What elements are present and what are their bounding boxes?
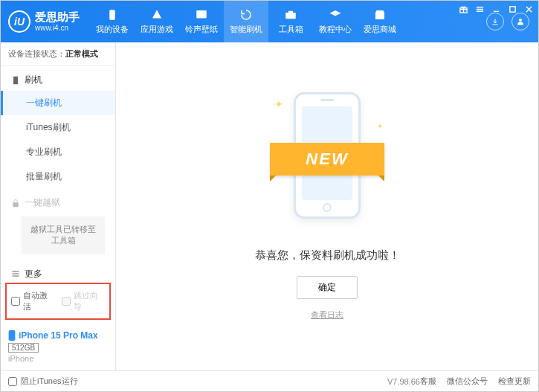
view-log-link[interactable]: 查看日志 [311,309,343,321]
minimize-icon[interactable] [491,4,501,14]
sidebar-item-pro[interactable]: 专业刷机 [1,140,115,164]
storage-badge: 512GB [8,343,39,353]
new-badge: NEW [270,143,384,176]
nav-smart-flash[interactable]: 智能刷机 [224,1,268,42]
device-type: iPhone [8,354,108,363]
logo-icon: iU [8,10,30,33]
version-label: V7.98.66 [387,377,420,386]
nav-tutorials[interactable]: 教程中心 [313,1,358,42]
device-icon [106,8,119,22]
svg-rect-5 [288,11,293,13]
sidebar-item-batch[interactable]: 批量刷机 [1,164,115,189]
svg-point-6 [519,19,522,22]
close-icon[interactable] [523,4,534,14]
footer: 阻止iTunes运行 V7.98.66 客服 微信公众号 检查更新 [1,370,538,391]
device-name[interactable]: iPhone 15 Pro Max [8,330,108,341]
sidebar: 设备连接状态：正常模式 刷机 一键刷机 iTunes刷机 专业刷机 批量刷机 一… [1,42,116,370]
svg-rect-2 [109,10,115,20]
apps-icon [150,8,164,22]
cap-icon [329,8,342,22]
sidebar-group-flash[interactable]: 刷机 [1,66,115,91]
sidebar-group-jailbreak[interactable]: 一键越狱 [1,189,115,213]
connection-status: 设备连接状态：正常模式 [1,42,115,66]
svg-rect-7 [13,76,18,84]
menu-icon[interactable] [474,4,485,14]
brand-url: www.i4.cn [35,24,80,32]
download-button[interactable] [486,13,504,30]
nav-ringtones[interactable]: 铃声壁纸 [179,1,224,42]
ok-button[interactable]: 确定 [297,276,358,299]
sidebar-item-oneclick[interactable]: 一键刷机 [1,91,115,115]
success-illustration: ✦✦ NEW [279,92,375,234]
gift-icon[interactable] [458,4,468,14]
sidebar-group-more[interactable]: 更多 [1,260,115,278]
image-icon [195,8,208,22]
success-message: 恭喜您，保资料刷机成功啦！ [255,248,400,263]
checkbox-skip-guide[interactable]: 跳过向导 [62,290,105,312]
svg-rect-1 [509,6,514,11]
maximize-icon[interactable] [507,4,517,14]
checkbox-auto-activate[interactable]: 自动激活 [11,290,54,312]
store-icon [373,8,387,22]
footer-link-service[interactable]: 客服 [420,376,436,387]
lock-icon [11,199,20,208]
svg-rect-3 [196,10,207,19]
toolbox-icon [284,8,297,22]
sidebar-item-itunes[interactable]: iTunes刷机 [1,115,115,140]
phone-icon [8,330,16,341]
svg-rect-8 [13,202,19,207]
svg-rect-9 [9,330,16,341]
checkbox-block-itunes[interactable]: 阻止iTunes运行 [8,376,343,387]
logo[interactable]: iU 爱思助手 www.i4.cn [1,1,90,42]
device-info: iPhone 15 Pro Max 512GB iPhone [1,326,115,370]
jailbreak-note: 越狱工具已转移至工具箱 [22,216,105,254]
brand-title: 爱思助手 [35,11,80,24]
footer-link-update[interactable]: 检查更新 [498,376,531,387]
nav-toolbox[interactable]: 工具箱 [268,1,313,42]
refresh-icon [239,8,253,22]
user-button[interactable] [511,13,529,30]
nav-my-device[interactable]: 我的设备 [90,1,135,42]
options-highlight: 自动激活 跳过向导 [5,283,111,320]
svg-rect-4 [285,13,296,19]
footer-link-wechat[interactable]: 微信公众号 [447,376,488,387]
more-icon [11,269,20,278]
nav-apps[interactable]: 应用游戏 [135,1,179,42]
main-content: ✦✦ NEW 恭喜您，保资料刷机成功啦！ 确定 查看日志 [116,42,538,370]
nav-store[interactable]: 爱思商城 [358,1,402,42]
flash-icon [11,76,20,85]
